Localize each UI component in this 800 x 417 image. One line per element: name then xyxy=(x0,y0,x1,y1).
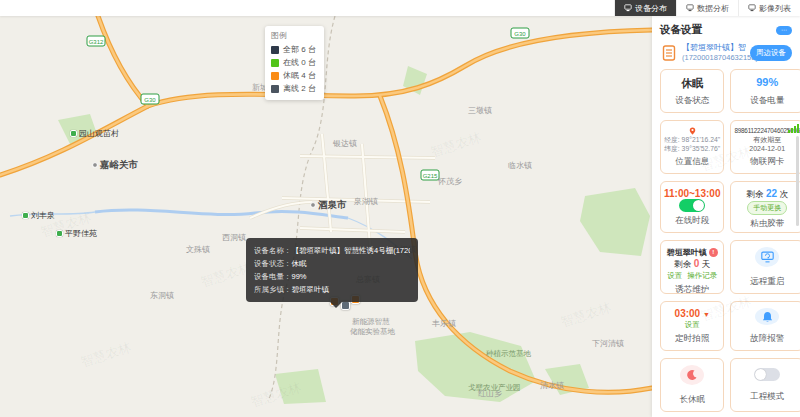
nearby-devices-button[interactable]: 周边设备 xyxy=(750,45,792,61)
data-analysis-icon xyxy=(686,4,694,12)
legend-item-sleep: 休眠 4 台 xyxy=(271,69,316,82)
manual-replace-button[interactable]: 手动更换 xyxy=(747,201,787,215)
tooltip-row-town: 所属乡镇：碧垣翠叶镇 xyxy=(254,283,410,296)
map-canvas[interactable]: G30G30G312G215 新城镇银达镇三墩镇临水镇怀茂乡泉湖镇上坝镇总寨镇西… xyxy=(0,16,652,417)
tooltip-row-status: 设备状态：休眠 xyxy=(254,257,410,270)
device-name: 【碧垣翠叶镇】智慧性诱4号棚 xyxy=(682,43,746,53)
chevron-down-icon: ▼ xyxy=(703,311,710,318)
card-iot-card: 89861122247046025095 有效期至 2024-12-01 物联网… xyxy=(730,120,800,174)
card-location: 经度: 98°21'16.24" 纬度: 39°35'52.76" 位置信息 xyxy=(660,120,724,174)
town-label: 丰乐镇 xyxy=(432,319,456,328)
engineering-mode-toggle[interactable] xyxy=(754,368,780,381)
area-label: 戈壁农业产业园 xyxy=(468,383,521,392)
remaining-suffix: 天 xyxy=(699,259,710,269)
card-timed-photo: 03:00 ▼ 设置 定时拍照 xyxy=(660,301,724,351)
city-dot xyxy=(311,203,316,208)
sidebar-scrollbar[interactable] xyxy=(796,136,799,226)
legend-item-offline: 离线 2 台 xyxy=(271,82,316,95)
tape-remaining: 剩余 22 次 xyxy=(747,188,788,201)
card-label: 工程模式 xyxy=(750,391,784,403)
legend-swatch-offline xyxy=(271,85,279,93)
toggle-knob xyxy=(693,200,704,211)
card-remote-reboot: 远程重启 xyxy=(730,240,800,294)
sidebar-more-button[interactable]: ⋯ xyxy=(776,26,792,35)
town-label: 泉湖镇 xyxy=(353,197,378,206)
long-sleep-button[interactable] xyxy=(680,365,704,385)
card-label: 长休眠 xyxy=(679,394,705,406)
card-fault-alarm: 故障报警 xyxy=(730,301,800,351)
town-label: 怀茂乡 xyxy=(437,177,462,186)
longitude: 经度: 98°21'16.24" xyxy=(664,135,720,144)
legend-label: 在线 0 台 xyxy=(283,56,316,69)
area-label: 储能实验基地 xyxy=(350,327,396,336)
remaining-prefix: 剩余 xyxy=(747,189,766,199)
top-bar: 设备分布 数据分析 影像列表 xyxy=(0,0,800,16)
city-label: 嘉峪关市 xyxy=(99,159,139,170)
town-label: 东洞镇 xyxy=(150,291,174,300)
lure-town: 碧垣翠叶镇! xyxy=(667,247,718,258)
town-label: 西洞镇 xyxy=(222,233,246,242)
svg-text:G312: G312 xyxy=(89,39,104,45)
tab-data-analysis[interactable]: 数据分析 xyxy=(676,0,738,16)
device-marker-offline[interactable] xyxy=(341,301,350,310)
lure-history-link[interactable]: 操作记录 xyxy=(687,271,717,281)
tab-image-list[interactable]: 影像列表 xyxy=(738,0,800,16)
legend-item-all: 全部 6 台 xyxy=(271,43,316,56)
town-label: 三墩镇 xyxy=(468,106,492,115)
poi-marker: 平野佳苑 xyxy=(56,228,97,239)
lure-town-name: 碧垣翠叶镇 xyxy=(667,247,707,258)
legend-label: 离线 2 台 xyxy=(283,82,316,95)
monitor-restart-icon xyxy=(761,251,774,263)
photo-settings-link[interactable]: 设置 xyxy=(685,320,700,330)
town-label: 文殊镇 xyxy=(186,245,210,254)
lure-settings-link[interactable]: 设置 xyxy=(667,271,682,281)
device-tooltip: 设备名称：【碧垣翠叶镇】智慧性诱4号棚(17200018704632158) 设… xyxy=(246,238,418,302)
poi-pin-icon xyxy=(22,212,29,219)
town-label: 银达镇 xyxy=(332,139,357,148)
tooltip-label: 设备状态： xyxy=(254,259,292,268)
card-label: 物联网卡 xyxy=(750,156,784,168)
device-icon xyxy=(660,44,678,62)
battery-value: 99% xyxy=(756,76,778,88)
legend-swatch-all xyxy=(271,46,279,54)
poi-marker: 刘丰泉 xyxy=(22,210,55,221)
town-label: 下河清镇 xyxy=(592,339,624,348)
poi-label: 园山观苗村 xyxy=(79,128,119,139)
card-label: 粘虫胶带 xyxy=(750,218,784,230)
tooltip-label: 设备名称： xyxy=(254,246,292,255)
card-label: 故障报警 xyxy=(750,333,784,345)
toggle-knob xyxy=(755,369,766,380)
signal-bars-icon xyxy=(788,124,799,133)
road-badge: G215 xyxy=(421,170,439,180)
moon-icon xyxy=(686,369,698,381)
tooltip-label: 所属乡镇： xyxy=(254,285,292,294)
tab-label: 设备分布 xyxy=(635,3,667,14)
tooltip-value: 99% xyxy=(292,272,307,281)
poi-label: 刘丰泉 xyxy=(31,210,55,221)
photo-time-select[interactable]: 03:00 ▼ xyxy=(675,308,710,319)
lure-links: 设置 操作记录 xyxy=(667,271,717,281)
image-list-icon xyxy=(748,4,756,12)
fault-alarm-button[interactable] xyxy=(755,308,779,325)
legend-swatch-online xyxy=(271,59,279,67)
online-period-toggle[interactable] xyxy=(679,199,705,212)
device-id: (17200018704632158) xyxy=(682,53,746,63)
card-label: 远程重启 xyxy=(750,276,784,288)
legend-swatch-sleep xyxy=(271,72,279,80)
remote-reboot-button[interactable] xyxy=(755,247,779,267)
card-sticky-tape: 剩余 22 次 手动更换 粘虫胶带 xyxy=(730,181,800,233)
road-badge: G30 xyxy=(511,28,529,38)
alert-badge: ! xyxy=(709,248,718,257)
remaining-prefix: 剩余 xyxy=(674,259,693,269)
tooltip-row-battery: 设备电量：99% xyxy=(254,270,410,283)
device-status-value: 休眠 xyxy=(681,76,703,91)
card-engineering-mode: 工程模式 xyxy=(730,358,800,412)
tab-label: 数据分析 xyxy=(697,3,729,14)
card-label: 位置信息 xyxy=(675,156,709,168)
map-legend: 图例 全部 6 台 在线 0 台 休眠 4 台 离线 2 台 xyxy=(265,26,324,100)
tab-device-distribution[interactable]: 设备分布 xyxy=(614,0,676,16)
card-label: 在线时段 xyxy=(675,215,709,227)
card-label: 设备电量 xyxy=(750,95,784,107)
legend-label: 全部 6 台 xyxy=(283,43,316,56)
tooltip-value: 【碧垣翠叶镇】智慧性诱4号棚(17200018704632158) xyxy=(292,246,411,255)
